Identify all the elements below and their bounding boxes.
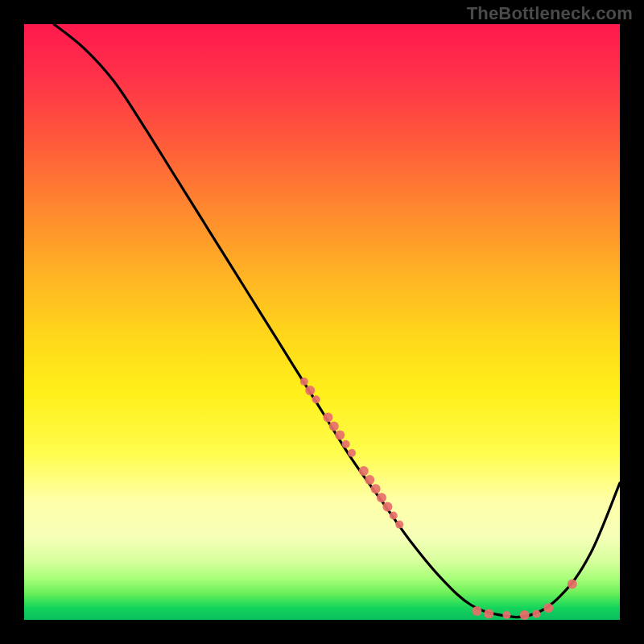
- highlighted-points: [300, 378, 577, 620]
- marker-point: [300, 378, 308, 386]
- chart-overlay: [24, 24, 620, 620]
- marker-point: [543, 603, 553, 613]
- marker-point: [348, 449, 356, 457]
- watermark-text: TheBottleneck.com: [467, 3, 633, 24]
- marker-point: [312, 395, 320, 403]
- marker-point: [532, 610, 540, 618]
- marker-point: [323, 412, 332, 422]
- marker-point: [377, 493, 386, 502]
- marker-point: [502, 611, 510, 619]
- bottleneck-curve: [54, 24, 620, 617]
- marker-point: [484, 609, 493, 619]
- marker-point: [382, 502, 392, 511]
- marker-point: [371, 484, 381, 493]
- chart-stage: TheBottleneck.com: [0, 0, 644, 644]
- marker-point: [472, 606, 481, 616]
- marker-point: [359, 466, 369, 476]
- marker-point: [568, 580, 577, 589]
- marker-point: [305, 386, 315, 395]
- marker-point: [329, 422, 339, 431]
- marker-point: [365, 475, 374, 485]
- marker-point: [390, 512, 398, 520]
- marker-point: [395, 521, 403, 529]
- plot-area: [24, 24, 620, 620]
- marker-point: [342, 440, 350, 448]
- marker-point: [520, 610, 530, 620]
- marker-point: [335, 431, 345, 440]
